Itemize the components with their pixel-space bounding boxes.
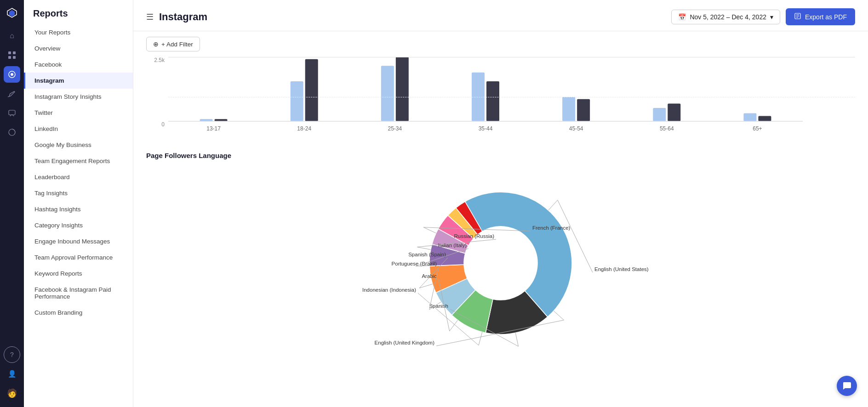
sidebar-item-facebook[interactable]: Facebook <box>24 57 133 73</box>
bar-chart-svg: 13-1718-2425-3435-4445-5455-6465+ <box>168 57 803 135</box>
sidebar-item-instagram-story[interactable]: Instagram Story Insights <box>24 89 133 105</box>
sidebar-title: Reports <box>24 0 133 24</box>
age-bar-chart: 2.5k 0 13-1718-2425-3435-4445-5455-6465+ <box>146 57 855 137</box>
donut-chart-svg: English (United States)English (United K… <box>321 167 680 360</box>
sidebar-item-category-insights[interactable]: Category Insights <box>24 217 133 233</box>
sidebar-item-hashtag-insights[interactable]: Hashtag Insights <box>24 201 133 217</box>
main-content: ☰ Instagram 📅 Nov 5, 2022 – Dec 4, 2022 … <box>133 0 868 407</box>
donut-label-text: Spanish (Spain) <box>408 252 446 257</box>
donut-label-text: English (United States) <box>594 266 649 272</box>
donut-chart-wrapper: English (United States)English (United K… <box>146 167 855 360</box>
y-axis-top-label: 2.5k <box>154 57 165 63</box>
export-icon <box>794 12 801 21</box>
user-add-icon[interactable]: 👤 <box>4 366 20 382</box>
messages-icon[interactable] <box>4 105 20 121</box>
chat-bubble-button[interactable] <box>837 376 857 396</box>
svg-text:13-17: 13-17 <box>206 125 221 132</box>
svg-rect-29 <box>743 113 756 121</box>
svg-text:45-54: 45-54 <box>569 125 583 132</box>
svg-rect-14 <box>291 81 303 121</box>
sidebar-item-twitter[interactable]: Twitter <box>24 105 133 121</box>
sidebar-item-linkedin[interactable]: LinkedIn <box>24 121 133 137</box>
reports-icon[interactable] <box>4 66 20 83</box>
svg-rect-5 <box>13 56 16 59</box>
sidebar-item-overview[interactable]: Overview <box>24 40 133 57</box>
svg-marker-1 <box>9 10 15 17</box>
dashboard-icon[interactable] <box>4 47 20 63</box>
topbar: ☰ Instagram 📅 Nov 5, 2022 – Dec 4, 2022 … <box>133 0 868 31</box>
svg-rect-30 <box>758 116 771 121</box>
y-axis-bottom-label: 0 <box>161 121 165 128</box>
svg-rect-26 <box>653 108 666 121</box>
sidebar-item-keyword-reports[interactable]: Keyword Reports <box>24 266 133 282</box>
sidebar-item-gmb[interactable]: Google My Business <box>24 137 133 153</box>
svg-rect-23 <box>562 97 575 121</box>
svg-rect-8 <box>9 110 15 115</box>
svg-text:25-34: 25-34 <box>388 125 402 132</box>
hamburger-icon[interactable]: ☰ <box>146 12 154 22</box>
sidebar-item-leaderboard[interactable]: Leaderboard <box>24 169 133 185</box>
svg-rect-18 <box>396 57 409 121</box>
sidebar: Reports Your ReportsOverviewFacebookInst… <box>24 0 133 407</box>
donut-label-text: Arabic <box>422 273 437 279</box>
svg-text:55-64: 55-64 <box>660 125 674 132</box>
svg-rect-3 <box>13 51 16 54</box>
donut-label-text: Indonesian (Indonesia) <box>362 287 416 293</box>
app-logo <box>5 6 19 20</box>
svg-rect-27 <box>668 103 680 121</box>
svg-point-7 <box>11 73 13 76</box>
add-filter-label: + Add Filter <box>161 41 193 48</box>
page-title: Instagram <box>159 11 207 23</box>
analytics-icon[interactable] <box>4 124 20 141</box>
svg-rect-21 <box>486 81 499 121</box>
svg-rect-24 <box>577 99 590 121</box>
svg-text:18-24: 18-24 <box>297 125 311 132</box>
sidebar-item-your-reports[interactable]: Your Reports <box>24 24 133 40</box>
plus-circle-icon: ⊕ <box>153 40 159 48</box>
sidebar-item-instagram[interactable]: Instagram <box>24 73 133 89</box>
svg-rect-15 <box>305 59 318 121</box>
svg-text:65+: 65+ <box>753 125 762 132</box>
sidebar-item-team-engagement[interactable]: Team Engagement Reports <box>24 153 133 169</box>
avatar[interactable]: 🧑 <box>4 385 20 401</box>
date-range-picker[interactable]: 📅 Nov 5, 2022 – Dec 4, 2022 ▾ <box>671 10 780 24</box>
svg-rect-2 <box>8 51 11 54</box>
svg-rect-17 <box>381 66 394 121</box>
export-pdf-button[interactable]: Export as PDF <box>786 8 855 25</box>
language-donut-section: Page Followers Language English (United … <box>146 152 855 360</box>
topbar-left: ☰ Instagram <box>146 11 207 23</box>
sidebar-item-tag-insights[interactable]: Tag Insights <box>24 185 133 201</box>
donut-label-text: Portuguese (Brazil) <box>392 261 437 266</box>
home-icon[interactable]: ⌂ <box>4 28 20 44</box>
charts-area: 2.5k 0 13-1718-2425-3435-4445-5455-6465+… <box>133 57 868 371</box>
svg-text:35-44: 35-44 <box>479 125 493 132</box>
sidebar-item-paid-performance[interactable]: Facebook & Instagram Paid Performance <box>24 282 133 305</box>
sidebar-item-custom-branding[interactable]: Custom Branding <box>24 305 133 321</box>
donut-label-text: English (United Kingdom) <box>375 340 435 345</box>
help-icon[interactable]: ? <box>4 346 20 363</box>
donut-section-title: Page Followers Language <box>146 152 855 159</box>
sidebar-item-engage-inbound[interactable]: Engage Inbound Messages <box>24 233 133 249</box>
export-label: Export as PDF <box>805 13 847 21</box>
date-range-label: Nov 5, 2022 – Dec 4, 2022 <box>690 13 766 21</box>
calendar-icon: 📅 <box>678 13 686 21</box>
svg-rect-4 <box>8 56 11 59</box>
add-filter-button[interactable]: ⊕ + Add Filter <box>146 37 200 51</box>
donut-label-text: French (France) <box>532 225 571 231</box>
donut-label-text: Russian (Russia) <box>454 233 494 239</box>
compose-icon[interactable] <box>4 85 20 102</box>
icon-nav: ⌂ ? 👤 🧑 <box>0 0 24 407</box>
toolbar-row: ⊕ + Add Filter <box>133 31 868 57</box>
chevron-down-icon: ▾ <box>770 13 773 21</box>
sidebar-item-team-approval[interactable]: Team Approval Performance <box>24 249 133 266</box>
